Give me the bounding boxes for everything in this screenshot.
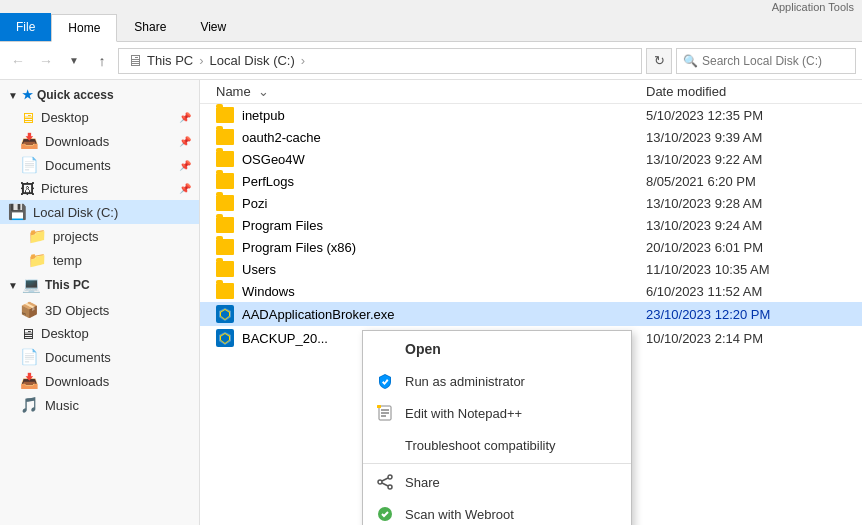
- file-date-windows: 6/10/2023 11:52 AM: [646, 284, 846, 299]
- pin-icon-docs: 📌: [179, 160, 191, 171]
- ctx-item-run-admin[interactable]: Run as administrator: [363, 365, 631, 397]
- svg-point-15: [388, 485, 392, 489]
- tabs-row: File Home Share View: [0, 13, 862, 41]
- ctx-item-open[interactable]: Open: [363, 333, 631, 365]
- documents2-icon: 📄: [20, 348, 39, 366]
- folder-icon-windows: [216, 283, 234, 299]
- svg-rect-13: [377, 405, 381, 408]
- file-name-inetpub: inetpub: [242, 108, 638, 123]
- tab-home[interactable]: Home: [51, 14, 117, 42]
- folder-icon: 🖥: [20, 109, 35, 126]
- file-item-pozi[interactable]: Pozi 13/10/2023 9:28 AM: [200, 192, 862, 214]
- folder-icon-program-files: [216, 217, 234, 233]
- file-date-osgeo4w: 13/10/2023 9:22 AM: [646, 152, 846, 167]
- path-sep-2: ›: [301, 53, 305, 68]
- address-bar: ← → ▼ ↑ 🖥 This PC › Local Disk (C:) › ↻ …: [0, 42, 862, 80]
- folder-icon-pozi: [216, 195, 234, 211]
- pictures-icon: 🖼: [20, 180, 35, 197]
- file-item-users[interactable]: Users 11/10/2023 10:35 AM: [200, 258, 862, 280]
- file-date-pozi: 13/10/2023 9:28 AM: [646, 196, 846, 211]
- downloads-folder-icon: 📥: [20, 132, 39, 150]
- share-icon: [375, 472, 395, 492]
- ctx-item-troubleshoot[interactable]: Troubleshoot compatibility: [363, 429, 631, 461]
- sidebar-item-3d-objects[interactable]: 📦 3D Objects: [0, 298, 199, 322]
- desktop2-icon: 🖥: [20, 325, 35, 342]
- file-name-windows: Windows: [242, 284, 638, 299]
- sidebar-section-this-pc[interactable]: ▼ 💻 This PC: [0, 272, 199, 298]
- file-item-program-files[interactable]: Program Files 13/10/2023 9:24 AM: [200, 214, 862, 236]
- sidebar-item-local-disk[interactable]: 💾 Local Disk (C:): [0, 200, 199, 224]
- file-item-oauth2[interactable]: oauth2-cache 13/10/2023 9:39 AM: [200, 126, 862, 148]
- search-input[interactable]: [702, 54, 849, 68]
- file-date-backup: 10/10/2023 2:14 PM: [646, 331, 846, 346]
- pin-icon-downloads: 📌: [179, 136, 191, 147]
- exe-icon-backup: [216, 329, 234, 347]
- search-box[interactable]: 🔍: [676, 48, 856, 74]
- open-icon: [375, 339, 395, 359]
- folder-icon-users: [216, 261, 234, 277]
- tab-file[interactable]: File: [0, 13, 51, 41]
- file-item-osgeo4w[interactable]: OSGeo4W 13/10/2023 9:22 AM: [200, 148, 862, 170]
- sidebar-item-desktop[interactable]: 🖥 Desktop 📌: [0, 106, 199, 129]
- ctx-divider-1: [363, 463, 631, 464]
- file-name-perflogs: PerfLogs: [242, 174, 638, 189]
- file-name-program-files-x86: Program Files (x86): [242, 240, 638, 255]
- sidebar-item-documents[interactable]: 📄 Documents 📌: [0, 153, 199, 177]
- sidebar-item-documents2[interactable]: 📄 Documents: [0, 345, 199, 369]
- 3d-objects-icon: 📦: [20, 301, 39, 319]
- path-computer-icon: 🖥: [127, 52, 143, 70]
- tab-view[interactable]: View: [183, 13, 243, 41]
- app-window: Application Tools File Home Share View ←…: [0, 0, 862, 525]
- col-header-name[interactable]: Name ⌄: [216, 84, 646, 99]
- projects-folder-icon: 📁: [28, 227, 47, 245]
- temp-folder-icon: 📁: [28, 251, 47, 269]
- chevron-down-icon: ▼: [8, 90, 18, 101]
- webroot-icon: [375, 504, 395, 524]
- up-button[interactable]: ↑: [90, 49, 114, 73]
- file-item-aad[interactable]: AADApplicationBroker.exe 23/10/2023 12:2…: [200, 302, 862, 326]
- path-local-disk: Local Disk (C:): [210, 53, 295, 68]
- sidebar-item-music[interactable]: 🎵 Music: [0, 393, 199, 417]
- refresh-button[interactable]: ↻: [646, 48, 672, 74]
- file-item-windows[interactable]: Windows 6/10/2023 11:52 AM: [200, 280, 862, 302]
- svg-line-18: [382, 483, 388, 486]
- file-date-aad: 23/10/2023 12:20 PM: [646, 307, 846, 322]
- file-item-inetpub[interactable]: inetpub 5/10/2023 12:35 PM: [200, 104, 862, 126]
- file-date-program-files: 13/10/2023 9:24 AM: [646, 218, 846, 233]
- ribbon: Application Tools File Home Share View: [0, 0, 862, 42]
- app-tools-label: Application Tools: [0, 0, 862, 13]
- downloads2-icon: 📥: [20, 372, 39, 390]
- shield-icon: [375, 371, 395, 391]
- file-name-users: Users: [242, 262, 638, 277]
- file-date-program-files-x86: 20/10/2023 6:01 PM: [646, 240, 846, 255]
- ctx-item-scan-webroot[interactable]: Scan with Webroot: [363, 498, 631, 525]
- svg-point-14: [388, 475, 392, 479]
- sidebar-item-pictures[interactable]: 🖼 Pictures 📌: [0, 177, 199, 200]
- file-item-perflogs[interactable]: PerfLogs 8/05/2021 6:20 PM: [200, 170, 862, 192]
- forward-button[interactable]: →: [34, 49, 58, 73]
- sidebar-item-downloads2[interactable]: 📥 Downloads: [0, 369, 199, 393]
- context-menu: Open Run as administrator: [362, 330, 632, 525]
- back-button[interactable]: ←: [6, 49, 30, 73]
- file-name-osgeo4w: OSGeo4W: [242, 152, 638, 167]
- column-headers: Name ⌄ Date modified: [200, 80, 862, 104]
- sidebar-item-projects[interactable]: 📁 projects: [0, 224, 199, 248]
- chevron-down-icon-pc: ▼: [8, 280, 18, 291]
- file-date-perflogs: 8/05/2021 6:20 PM: [646, 174, 846, 189]
- exe-icon-aad: [216, 305, 234, 323]
- sidebar: ▼ ★ Quick access 🖥 Desktop 📌 📥 Downloads…: [0, 80, 200, 525]
- pin-icon-pictures: 📌: [179, 183, 191, 194]
- sidebar-item-temp[interactable]: 📁 temp: [0, 248, 199, 272]
- tab-share[interactable]: Share: [117, 13, 183, 41]
- col-header-date[interactable]: Date modified: [646, 84, 846, 99]
- sidebar-item-downloads[interactable]: 📥 Downloads 📌: [0, 129, 199, 153]
- sidebar-section-quick-access[interactable]: ▼ ★ Quick access: [0, 84, 199, 106]
- recent-button[interactable]: ▼: [62, 49, 86, 73]
- file-item-program-files-x86[interactable]: Program Files (x86) 20/10/2023 6:01 PM: [200, 236, 862, 258]
- ctx-item-share[interactable]: Share: [363, 466, 631, 498]
- address-path[interactable]: 🖥 This PC › Local Disk (C:) ›: [118, 48, 642, 74]
- sidebar-item-desktop2[interactable]: 🖥 Desktop: [0, 322, 199, 345]
- file-date-users: 11/10/2023 10:35 AM: [646, 262, 846, 277]
- ctx-item-edit-notepad[interactable]: Edit with Notepad++: [363, 397, 631, 429]
- documents-icon: 📄: [20, 156, 39, 174]
